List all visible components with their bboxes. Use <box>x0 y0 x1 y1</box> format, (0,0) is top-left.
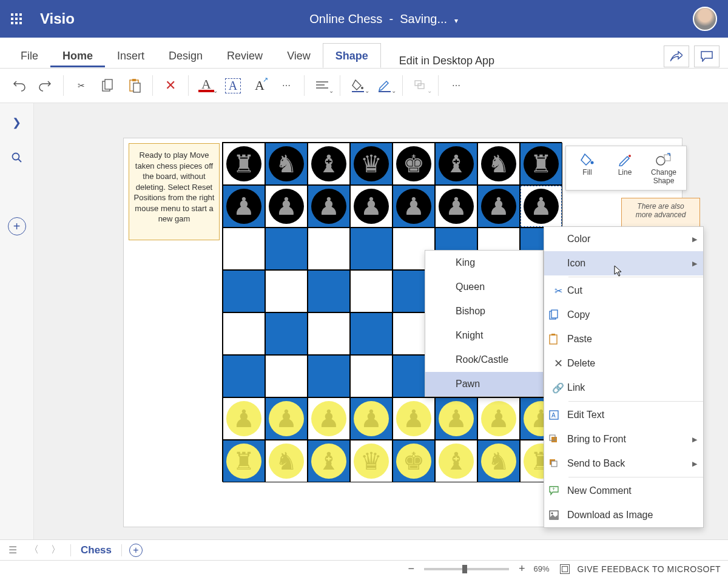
add-page-button[interactable]: + <box>129 544 143 557</box>
board-square[interactable]: ♞ <box>477 440 520 482</box>
chess-piece[interactable]: ♟ <box>481 189 516 224</box>
board-square[interactable]: ♟ <box>477 185 520 228</box>
more-commands-button[interactable]: ⋯ <box>443 73 469 98</box>
chess-piece[interactable]: ♟ <box>354 401 389 436</box>
board-square[interactable] <box>308 355 350 397</box>
chess-piece[interactable]: ♝ <box>311 146 346 181</box>
app-launcher-icon[interactable] <box>11 13 22 24</box>
search-button[interactable] <box>5 146 29 170</box>
chess-piece[interactable]: ♞ <box>481 444 516 479</box>
chess-piece[interactable]: ♟ <box>311 189 346 224</box>
tab-review[interactable]: Review <box>215 44 275 67</box>
board-square[interactable]: ♟ <box>435 185 477 228</box>
board-square[interactable]: ♟ <box>393 397 435 440</box>
text-rotate-button[interactable]: A <box>247 73 272 98</box>
chess-piece[interactable]: ♞ <box>269 444 304 479</box>
board-square[interactable] <box>350 312 393 355</box>
submenu-item[interactable]: Pawn <box>425 372 543 396</box>
line-color-button[interactable] <box>372 73 397 98</box>
ctx-edit-text[interactable]: AEdit Text <box>544 403 703 427</box>
redo-button[interactable] <box>33 73 58 98</box>
board-square[interactable] <box>265 270 308 312</box>
mini-line-button[interactable]: Line <box>606 150 644 186</box>
board-square[interactable]: ♜ <box>520 143 562 185</box>
chess-piece[interactable]: ♞ <box>481 146 516 181</box>
board-square[interactable] <box>265 312 308 355</box>
board-square[interactable]: ♜ <box>223 440 265 482</box>
board-square[interactable]: ♝ <box>435 440 477 482</box>
tab-design[interactable]: Design <box>157 44 215 67</box>
board-square[interactable]: ♜ <box>223 143 265 185</box>
chess-piece[interactable]: ♟ <box>439 401 474 436</box>
zoom-slider[interactable] <box>424 568 509 570</box>
board-square[interactable] <box>350 270 393 312</box>
chess-piece[interactable]: ♟ <box>354 189 389 224</box>
arrange-button[interactable] <box>408 73 433 98</box>
ctx-copy[interactable]: Copy <box>544 303 703 327</box>
chess-piece[interactable]: ♜ <box>226 146 261 181</box>
chess-piece[interactable]: ♟ <box>311 401 346 436</box>
cut-button[interactable]: ✂ <box>69 73 94 98</box>
board-square[interactable]: ♝ <box>435 143 477 185</box>
board-square[interactable] <box>350 228 393 270</box>
board-square[interactable]: ♛ <box>350 143 393 185</box>
board-square[interactable]: ♟ <box>435 397 477 440</box>
submenu-item[interactable]: Bishop <box>425 299 543 323</box>
board-square[interactable]: ♟ <box>350 185 393 228</box>
more-text-button[interactable]: ⋯ <box>274 73 299 98</box>
edit-in-desktop-button[interactable]: Edit in Desktop App <box>399 55 494 67</box>
fill-color-button[interactable] <box>345 73 371 98</box>
board-square[interactable]: ♟ <box>393 185 435 228</box>
chess-piece[interactable]: ♝ <box>311 444 346 479</box>
board-square[interactable]: ♟ <box>477 397 520 440</box>
zoom-in-button[interactable]: + <box>514 562 530 575</box>
board-square[interactable]: ♝ <box>308 143 350 185</box>
chess-piece[interactable]: ♜ <box>226 444 261 479</box>
feedback-link[interactable]: GIVE FEEDBACK TO MICROSOFT <box>577 564 721 574</box>
share-button[interactable] <box>664 46 689 67</box>
chess-piece[interactable]: ♛ <box>354 444 389 479</box>
chess-piece[interactable]: ♟ <box>269 189 304 224</box>
submenu-item[interactable]: Rook/Castle <box>425 348 543 372</box>
chess-piece[interactable]: ♟ <box>226 401 261 436</box>
text-box-button[interactable]: A <box>220 73 246 98</box>
zoom-out-button[interactable]: − <box>403 562 419 575</box>
ctx-new-comment[interactable]: +New Comment <box>544 479 703 503</box>
chess-piece[interactable]: ♜ <box>524 146 559 181</box>
font-color-button[interactable]: A <box>194 73 219 98</box>
add-stencil-button[interactable]: + <box>8 217 26 235</box>
mini-fill-button[interactable]: Fill <box>568 150 606 186</box>
chess-piece[interactable]: ♟ <box>481 401 516 436</box>
chess-piece[interactable]: ♝ <box>439 146 474 181</box>
tab-shape[interactable]: Shape <box>323 43 381 68</box>
board-square[interactable]: ♟ <box>223 397 265 440</box>
mini-change-shape-button[interactable]: Change Shape <box>644 150 684 186</box>
align-button[interactable] <box>309 73 335 98</box>
board-square[interactable] <box>223 228 265 270</box>
board-square[interactable]: ♟ <box>308 397 350 440</box>
prev-page-button[interactable]: 〈 <box>27 544 41 556</box>
board-square[interactable] <box>350 355 393 397</box>
board-square[interactable] <box>308 228 350 270</box>
board-square[interactable]: ♟ <box>265 185 308 228</box>
submenu-item[interactable]: Knight <box>425 323 543 348</box>
tab-file[interactable]: File <box>8 44 50 67</box>
comments-button[interactable] <box>694 46 720 67</box>
board-square[interactable]: ♞ <box>265 440 308 482</box>
board-square[interactable] <box>265 355 308 397</box>
board-square[interactable]: ♝ <box>308 440 350 482</box>
ctx-color[interactable]: Color▶ <box>544 227 703 251</box>
board-square[interactable] <box>308 270 350 312</box>
ctx-delete[interactable]: ✕Delete <box>544 351 703 376</box>
chess-piece[interactable]: ♟ <box>439 189 474 224</box>
chess-piece[interactable]: ♟ <box>226 189 261 224</box>
undo-button[interactable] <box>6 73 32 98</box>
chess-piece[interactable]: ♞ <box>269 146 304 181</box>
ctx-paste[interactable]: Paste <box>544 327 703 351</box>
page-tab-active[interactable]: Chess <box>70 544 122 556</box>
delete-button[interactable]: ✕ <box>158 73 183 98</box>
chess-piece[interactable]: ♝ <box>439 444 474 479</box>
board-square[interactable]: ♟ <box>265 397 308 440</box>
user-avatar[interactable] <box>693 7 717 31</box>
board-square[interactable]: ♚ <box>393 440 435 482</box>
